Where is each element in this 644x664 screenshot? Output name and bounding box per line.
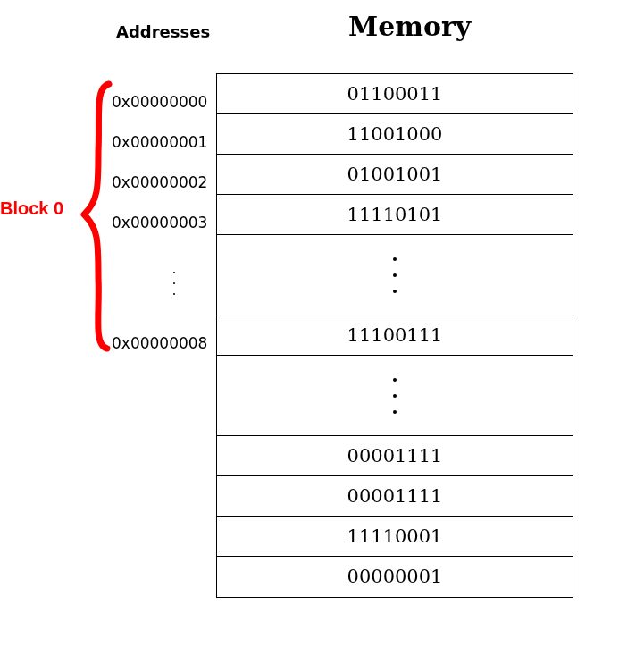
memory-cell: 01001001 xyxy=(217,155,573,195)
address-cell: 0x00000001 xyxy=(112,122,210,163)
memory-table: 01100011 11001000 01001001 11110101 1110… xyxy=(216,73,573,598)
memory-ellipsis xyxy=(217,235,573,315)
memory-ellipsis xyxy=(217,356,573,436)
memory-heading: Memory xyxy=(348,11,471,42)
memory-cell: 00001111 xyxy=(217,476,573,517)
address-cell: 0x00000002 xyxy=(112,163,210,203)
addresses-heading: Addresses xyxy=(116,22,210,41)
address-column: 0x00000000 0x00000001 0x00000002 0x00000… xyxy=(112,82,210,364)
address-cell: 0x00000000 xyxy=(112,82,210,122)
memory-cell: 11110101 xyxy=(217,195,573,235)
memory-cell: 11001000 xyxy=(217,114,573,155)
memory-cell: 00001111 xyxy=(217,436,573,476)
address-cell: 0x00000008 xyxy=(112,324,210,364)
address-ellipsis xyxy=(112,243,210,324)
block-label: Block 0 xyxy=(0,198,63,219)
memory-cell: 11100111 xyxy=(217,315,573,356)
brace-icon xyxy=(79,80,114,353)
memory-cell: 11110001 xyxy=(217,517,573,557)
memory-cell: 00000001 xyxy=(217,557,573,597)
address-cell: 0x00000003 xyxy=(112,203,210,243)
memory-cell: 01100011 xyxy=(217,74,573,114)
